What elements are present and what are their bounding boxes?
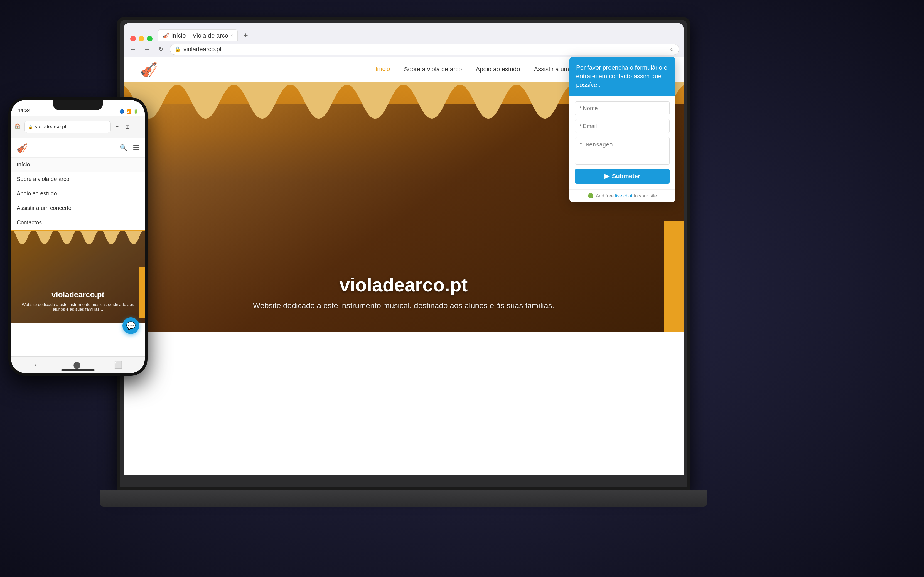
back-button[interactable]: ← [128, 44, 138, 54]
url-text: violadearco.pt [184, 46, 222, 53]
chat-header: Por favor preencha o formulário e entrar… [570, 57, 675, 96]
laptop: 🎻 Início – Viola de arco × + ← → ↻ 🔒 [117, 17, 690, 546]
phone-yellow-accent [139, 268, 145, 318]
chat-footer-icon: 🟢 [588, 193, 594, 199]
browser-chrome: 🎻 Início – Viola de arco × + ← → ↻ 🔒 [124, 23, 684, 57]
traffic-light-yellow[interactable] [138, 36, 144, 42]
phone-website: 🎻 🔍 ☰ Início Sobre a viola de arco Apoio… [11, 138, 145, 356]
url-bar[interactable]: 🔒 violadearco.pt ☆ [170, 44, 679, 55]
laptop-base: Macbook Air [100, 490, 707, 506]
submit-icon: ▶ [605, 172, 609, 180]
browser-tabs: 🎻 Início – Viola de arco × + [124, 23, 684, 42]
laptop-screen-bezel: 🎻 Início – Viola de arco × + ← → ↻ 🔒 [124, 23, 684, 475]
phone-nav-inicio[interactable]: Início [11, 158, 145, 172]
nav-item-inicio[interactable]: Início [375, 65, 390, 73]
phone-body: 14:34 🔵 📶 🔋 🏠 🔒 violadearco.pt [8, 97, 148, 376]
hero-subtitle: Website dedicado a este instrumento musi… [124, 301, 684, 310]
forward-button[interactable]: → [142, 44, 152, 54]
nav-item-apoio[interactable]: Apoio ao estudo [476, 66, 520, 73]
phone-nav-assistir[interactable]: Assistir a um concerto [11, 201, 145, 216]
refresh-button[interactable]: ↻ [156, 44, 166, 54]
phone-url-bar[interactable]: 🔒 violadearco.pt [24, 121, 111, 133]
phone-nav-menu: Início Sobre a viola de arco Apoio ao es… [11, 158, 145, 231]
phone-browser-bar: 🏠 🔒 violadearco.pt + ⊞ ⋮ [11, 116, 145, 138]
bookmark-icon[interactable]: ☆ [669, 46, 674, 53]
tab-title: Início – Viola de arco [171, 32, 228, 39]
phone-hero: violadearco.pt Website dedicado a este i… [11, 231, 145, 322]
phone-browser-home-icon: 🏠 [14, 123, 22, 131]
hero-title: violadearco.pt [124, 274, 684, 296]
phone-hero-text: violadearco.pt Website dedicado a este i… [11, 290, 145, 311]
phone-chat-bubble[interactable]: 💬 [122, 317, 139, 334]
phone-home-button[interactable]: ⬤ [73, 361, 81, 369]
phone-menu-button[interactable]: ⋮ [133, 123, 142, 131]
hero-text-block: violadearco.pt Website dedicado a este i… [124, 274, 684, 310]
browser-tab-active[interactable]: 🎻 Início – Viola de arco × [158, 29, 238, 42]
chat-nome-input[interactable] [575, 101, 670, 115]
browser-toolbar: ← → ↻ 🔒 violadearco.pt ☆ [124, 42, 684, 57]
phone-add-tab-button[interactable]: + [113, 123, 121, 131]
phone-chat-icon: 💬 [126, 321, 136, 330]
wifi-icon: 📶 [126, 109, 131, 114]
laptop-screen: 🎻 Início – Viola de arco × + ← → ↻ 🔒 [124, 23, 684, 475]
tab-favicon: 🎻 [163, 32, 169, 39]
chat-mensagem-input[interactable] [575, 137, 670, 165]
phone-tabs-button[interactable]: ⊞ [123, 123, 131, 131]
url-lock-icon: 🔒 [174, 46, 180, 52]
laptop-body: 🎻 Início – Viola de arco × + ← → ↻ 🔒 [117, 17, 690, 490]
phone-toolbar-buttons: + ⊞ ⋮ [113, 123, 142, 131]
traffic-light-green[interactable] [147, 36, 153, 42]
chat-body: ▶ Submeter [570, 96, 675, 189]
submit-label: Submeter [612, 172, 640, 180]
phone-url-lock-icon: 🔒 [28, 125, 33, 129]
phone: 14:34 🔵 📶 🔋 🏠 🔒 violadearco.pt [8, 97, 148, 376]
chat-widget: Por favor preencha o formulário e entrar… [570, 57, 675, 202]
phone-site-header: 🎻 🔍 ☰ [11, 138, 145, 158]
phone-status-icons: 🔵 📶 🔋 [119, 109, 138, 114]
traffic-lights [130, 36, 153, 42]
chat-header-text: Por favor preencha o formulário e entrar… [576, 64, 667, 88]
phone-nav-sobre[interactable]: Sobre a viola de arco [11, 172, 145, 187]
chat-footer-link[interactable]: live chat [615, 193, 632, 198]
phone-back-button[interactable]: ← [34, 361, 40, 369]
battery-icon: 🔋 [133, 109, 138, 114]
scene: 🎻 Início – Viola de arco × + ← → ↻ 🔒 [0, 0, 924, 577]
phone-notch [53, 100, 103, 110]
chat-footer-text: Add free live chat to your site [596, 193, 657, 199]
chat-footer: 🟢 Add free live chat to your site [570, 189, 675, 202]
phone-home-indicator [61, 369, 95, 371]
new-tab-button[interactable]: + [239, 29, 252, 42]
phone-square-button[interactable]: ⬜ [114, 361, 122, 369]
phone-hero-title: violadearco.pt [11, 290, 145, 299]
phone-screen: 14:34 🔵 📶 🔋 🏠 🔒 violadearco.pt [11, 100, 145, 373]
nav-item-sobre[interactable]: Sobre a viola de arco [404, 66, 462, 73]
tab-close-button[interactable]: × [230, 33, 233, 38]
traffic-light-red[interactable] [130, 36, 136, 42]
chat-email-input[interactable] [575, 119, 670, 133]
phone-site-logo: 🎻 [17, 142, 28, 153]
site-logo: 🎻 [140, 61, 158, 77]
phone-time: 14:34 [18, 108, 31, 114]
phone-search-icon[interactable]: 🔍 [120, 144, 127, 152]
phone-nav-apoio[interactable]: Apoio ao estudo [11, 187, 145, 201]
phone-hero-subtitle: Website dedicado a este instrumento musi… [11, 302, 145, 311]
phone-url-text: violadearco.pt [35, 124, 66, 130]
phone-nav-contactos[interactable]: Contactos [11, 216, 145, 230]
chat-submit-button[interactable]: ▶ Submeter [575, 169, 670, 184]
phone-hamburger-icon[interactable]: ☰ [133, 143, 139, 152]
bluetooth-icon: 🔵 [119, 109, 124, 114]
